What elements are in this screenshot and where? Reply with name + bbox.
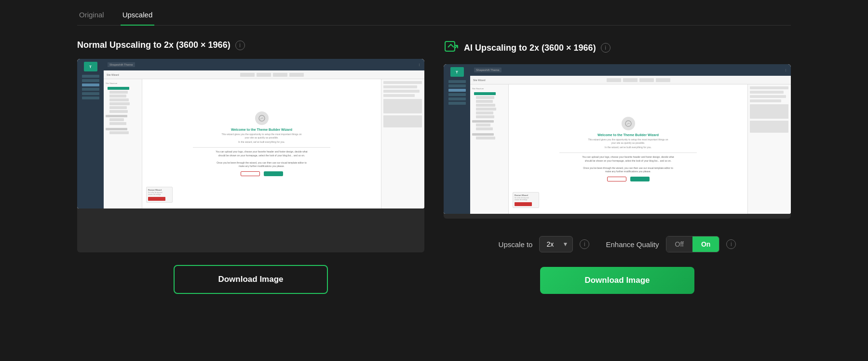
ss-topbar-text: Shapeshift Theme bbox=[108, 62, 135, 67]
ss-right-row bbox=[383, 94, 415, 97]
ss-logo: T bbox=[84, 62, 97, 71]
normal-panel-title: Normal Upscaling to 2x (3600 × 1966) bbox=[77, 40, 231, 50]
ss-wizard-center: Welcome to the Theme Builder Wizard This… bbox=[142, 79, 381, 208]
ai-controls-wrapper: Upscale to 2x 1x 4x ▼ i Enhance Quality … bbox=[444, 226, 791, 294]
ss-wizard-desc: This wizard gives you the opportunity to… bbox=[222, 133, 302, 139]
ai-tree-section bbox=[472, 120, 494, 123]
ai-ss-navbar: Site Wizard bbox=[470, 76, 791, 84]
ai-ss-nav-item bbox=[656, 78, 670, 82]
ai-panel-header: AI Upscaling to 2x (3600 × 1966) i bbox=[444, 40, 791, 56]
ai-tree-item bbox=[476, 96, 494, 99]
ai-ss-restart-box: Restart Wizard Go to the 1st step andres… bbox=[513, 192, 539, 208]
ss-content-area: Site Structure bbox=[104, 79, 424, 208]
page-wrapper: Original Upscaled Normal Upscaling to 2x… bbox=[0, 0, 868, 294]
ai-ss-wizard-body: You can upload your logo, choose your fa… bbox=[582, 155, 674, 174]
ss-sidebar-item bbox=[82, 92, 99, 95]
normal-image-preview: T Shapeshi bbox=[77, 59, 424, 252]
ai-download-section: Download Image bbox=[540, 267, 694, 294]
ss-sidebar-item bbox=[82, 88, 99, 91]
ai-right-big-row bbox=[750, 104, 788, 119]
ss-tree-item bbox=[109, 131, 129, 134]
ai-right-row bbox=[750, 99, 781, 102]
ai-tree-item bbox=[474, 92, 496, 95]
ai-tree-item bbox=[476, 100, 493, 103]
ss-tree-item bbox=[109, 102, 130, 105]
ai-ss-wizard-icon bbox=[622, 117, 635, 130]
enhance-off-button[interactable]: Off bbox=[666, 236, 692, 252]
normal-panel: Normal Upscaling to 2x (3600 × 1966) i T bbox=[77, 40, 424, 294]
ss-restart-action-btn bbox=[148, 197, 165, 201]
ss-tree-item bbox=[109, 118, 124, 121]
ai-ss-started-btn bbox=[630, 177, 650, 181]
ai-ss-logo: T bbox=[450, 67, 464, 77]
ss-tree-item bbox=[109, 106, 127, 109]
ss-right-panel bbox=[381, 79, 424, 208]
ai-ss-wizard-buttons bbox=[607, 177, 650, 181]
ss-right-row bbox=[383, 81, 422, 84]
normal-info-icon[interactable]: i bbox=[235, 41, 245, 50]
ai-tree-item bbox=[476, 127, 493, 130]
normal-download-button[interactable]: Download Image bbox=[174, 265, 328, 294]
ai-ss-divider bbox=[559, 153, 697, 153]
ss-wizard-buttons bbox=[241, 171, 283, 176]
tabs-bar: Original Upscaled bbox=[77, 5, 791, 26]
enhance-info-icon[interactable]: i bbox=[726, 239, 736, 249]
ss-main-area: Shapeshift Theme ⋮ Site Wizard bbox=[104, 59, 424, 208]
ai-ss-topbar-text: Shapeshift Theme bbox=[474, 68, 502, 72]
tab-upscaled[interactable]: Upscaled bbox=[121, 5, 155, 26]
ss-right-row bbox=[383, 90, 420, 93]
ai-download-button[interactable]: Download Image bbox=[540, 267, 694, 294]
ss-wizard-body: You can upload your logo, choose your fa… bbox=[216, 150, 308, 168]
enhance-on-button[interactable]: On bbox=[692, 236, 719, 252]
enhance-toggle-group: Off On bbox=[666, 236, 720, 252]
ss-restart-box: Restart Wizard Go to the 1st step andres… bbox=[146, 187, 173, 203]
normal-panel-header: Normal Upscaling to 2x (3600 × 1966) i bbox=[77, 40, 424, 50]
upscale-label: Upscale to bbox=[499, 240, 533, 249]
ss-tree-item bbox=[109, 95, 126, 97]
ss-right-big-row bbox=[383, 115, 422, 127]
ss-restart-title: Restart Wizard bbox=[148, 189, 171, 191]
ai-ss-restart-btn bbox=[607, 177, 626, 181]
ss-tree-section bbox=[106, 128, 127, 130]
ai-ss-right-panel bbox=[747, 84, 791, 214]
ai-ss-nav-item bbox=[607, 78, 621, 82]
ai-right-row bbox=[750, 95, 786, 98]
ss-right-row bbox=[383, 85, 417, 88]
ai-ss-sidebar-item bbox=[448, 89, 466, 92]
ai-ss-sidebar-item bbox=[448, 93, 466, 96]
ss-wizard-icon bbox=[255, 111, 269, 125]
normal-download-section: Download Image bbox=[174, 265, 328, 294]
ai-info-icon[interactable]: i bbox=[601, 43, 610, 53]
ss-nav-item bbox=[273, 73, 287, 77]
ai-ss-wizard-title: Welcome to the Theme Builder Wizard bbox=[597, 133, 659, 137]
ai-ss-restart-text: Go to the 1st step andresume the setting… bbox=[515, 197, 537, 201]
ai-tree-section bbox=[472, 133, 494, 136]
ai-right-big-row bbox=[750, 121, 788, 133]
ss-nav-item bbox=[289, 73, 304, 77]
ai-tree-item bbox=[476, 104, 495, 107]
ss-wizard-title: Welcome to the Theme Builder Wizard bbox=[231, 128, 292, 131]
ss-wizard-sub: In the wizard, we've built everything fo… bbox=[238, 140, 285, 144]
ai-ss-restart-title: Restart Wizard bbox=[515, 194, 537, 196]
ss-navbar: Site Wizard bbox=[104, 70, 424, 79]
tab-original[interactable]: Original bbox=[77, 5, 106, 26]
upscale-info-icon[interactable]: i bbox=[580, 239, 589, 249]
ss-right-big-row bbox=[383, 99, 422, 113]
ai-right-row bbox=[750, 86, 788, 89]
ss-sidebar-left: T bbox=[77, 59, 104, 208]
ai-controls: Upscale to 2x 1x 4x ▼ i Enhance Quality … bbox=[499, 236, 736, 252]
ai-ss-restart-action-btn bbox=[515, 202, 532, 206]
ss-sidebar-item bbox=[82, 97, 99, 99]
content-area: Normal Upscaling to 2x (3600 × 1966) i T bbox=[77, 40, 791, 294]
ai-image-preview: T Shapeshift Theme bbox=[444, 64, 791, 219]
ai-ss-content: Site Structure bbox=[470, 84, 791, 214]
ss-tree-item bbox=[109, 110, 128, 113]
ss-tree-section bbox=[106, 115, 127, 117]
ai-ss-nav-item bbox=[639, 78, 654, 82]
ai-right-row bbox=[750, 91, 784, 94]
normal-screenshot: T Shapeshi bbox=[77, 59, 424, 208]
upscale-select[interactable]: 2x 1x 4x bbox=[539, 236, 573, 252]
ai-screenshot: T Shapeshift Theme bbox=[444, 64, 791, 214]
ss-sidebar-item bbox=[82, 75, 99, 78]
ss-tree-item bbox=[109, 122, 126, 125]
